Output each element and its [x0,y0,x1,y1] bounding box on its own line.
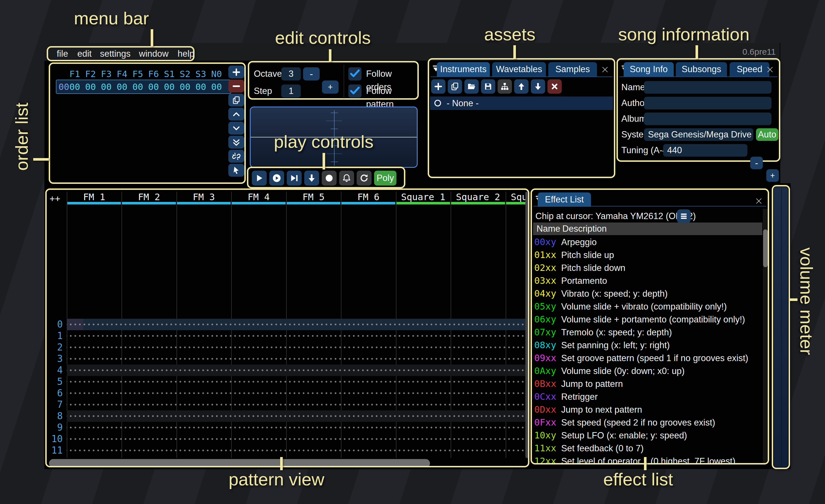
close-icon[interactable] [601,65,610,74]
menu-item-settings[interactable]: settings [100,48,131,60]
metronome-button[interactable] [339,171,354,185]
effect-row[interactable]: 04xyVibrato (x: speed; y: depth) [532,287,767,300]
duplicate-order-end-button[interactable] [228,136,244,149]
close-icon[interactable] [755,197,764,206]
remove-order-button[interactable] [228,80,244,92]
order-cell[interactable]: 00 [209,80,225,94]
name-field[interactable] [644,81,771,94]
play-button[interactable] [252,171,267,185]
save-asset-button[interactable] [481,79,495,94]
channel-color-bar [67,202,121,204]
order-change-mode-button[interactable] [228,164,244,177]
menu-item-edit[interactable]: edit [77,48,92,60]
order-cell[interactable]: 00 [67,80,83,94]
tab-song-info[interactable]: Song Info [624,62,674,76]
system-auto-button[interactable]: Auto [756,128,778,141]
add-asset-button[interactable] [431,79,445,94]
effect-row[interactable]: 0CxxRetrigger [532,390,767,403]
effect-row[interactable]: 0BxxJump to pattern [532,377,767,390]
tuning-value[interactable]: 440 [663,144,747,157]
effect-row[interactable]: 05xyVolume slide + vibrato (compatibilit… [532,300,767,313]
effect-row[interactable]: 06xyVolume slide + portamento (compatibi… [532,313,767,326]
order-cell[interactable]: 00 [161,80,177,94]
tuning-decrease-button[interactable]: - [750,157,763,169]
step-one-row-button[interactable] [304,171,319,185]
deep-clone-order-button[interactable] [228,150,244,163]
open-asset-button[interactable] [464,79,479,94]
duplicate-order-button[interactable] [228,94,244,106]
octave-decrease-button[interactable]: - [303,67,320,80]
menu-item-help[interactable]: help [177,48,195,60]
effect-list-menu-button[interactable] [677,209,691,223]
menu-item-window[interactable]: window [139,48,168,60]
move-order-up-button[interactable] [228,108,244,120]
channel-header-fm-4[interactable]: FM 4 [231,192,286,202]
channel-header-fm-3[interactable]: FM 3 [176,192,231,202]
play-pattern-button[interactable] [269,171,284,185]
poly-button[interactable]: Poly [374,171,396,185]
move-asset-up-button[interactable] [514,79,528,94]
tab-samples[interactable]: Samples [548,62,597,76]
order-cell[interactable]: 00 [82,80,98,94]
effect-row[interactable]: 12xxSet level of operator 1 (0 highest, … [532,455,767,465]
tab-effect-list[interactable]: Effect List [538,192,591,207]
step-value[interactable]: 1 [281,84,301,98]
move-asset-down-button[interactable] [531,79,545,94]
channel-header-square-2[interactable]: Square 2 [451,192,505,202]
vertical-scrollbar-thumb[interactable] [525,191,529,458]
tab-instruments[interactable]: Instruments [437,62,490,76]
follow-pattern-checkbox[interactable] [348,84,362,98]
horizontal-scrollbar[interactable] [49,459,430,467]
close-icon[interactable] [766,65,775,74]
effect-row[interactable]: 07xyTremolo (x: speed; y: depth) [532,326,767,339]
repeat-pattern-button[interactable] [357,171,372,185]
order-cell[interactable]: 00 [114,80,130,94]
asset-directories-button[interactable] [498,79,512,94]
channel-header-fm-2[interactable]: FM 2 [122,192,176,202]
author-field[interactable] [644,97,771,109]
delete-asset-button[interactable] [547,79,562,94]
effect-row[interactable]: 01xxPitch slide up [532,249,767,261]
add-order-button[interactable] [228,66,244,78]
effect-list-scrollbar-thumb[interactable] [763,229,768,267]
channel-header-fm-5[interactable]: FM 5 [286,192,341,202]
effect-row[interactable]: 0DxxJump to next pattern [532,403,767,416]
effect-row[interactable]: 03xxPortamento [532,274,767,287]
menu-item-file[interactable]: file [57,48,68,60]
octave-increase-button[interactable]: + [322,80,339,94]
effect-row[interactable]: 09xxSet groove pattern (speed 1 if no gr… [532,352,767,364]
tab-subsongs[interactable]: Subsongs [676,62,727,76]
channel-header-square-1[interactable]: Square 1 [396,192,451,202]
effect-code: 05xy [534,300,556,313]
order-cell[interactable]: 00 [98,80,114,94]
asset-list-item[interactable]: - None - [430,96,613,110]
effect-row[interactable]: 0AxyVolume slide (0y: down; x0: up) [532,364,767,377]
tab-wavetables[interactable]: Wavetables [492,62,546,76]
duplicate-asset-button[interactable] [448,79,462,94]
system-value[interactable]: Sega Genesis/Mega Drive [644,128,753,141]
effect-row[interactable]: 02xxPitch slide down [532,261,767,274]
tab-speed[interactable]: Speed [730,62,769,76]
effect-row[interactable]: 11xxSet feedback (0 to 7) [532,442,767,455]
vertical-scrollbar-track[interactable] [525,191,529,458]
tuning-increase-button[interactable]: + [766,169,779,182]
effect-list-scrollbar[interactable] [763,209,768,463]
order-cell[interactable]: 00 [193,80,209,94]
order-cell[interactable]: 00 [177,80,193,94]
stop-button[interactable] [322,171,336,185]
channel-header-fm-6[interactable]: FM 6 [341,192,396,202]
effect-row[interactable]: 10xySetup LFO (x: enable; y: speed) [532,429,767,442]
order-cell[interactable]: 00 [130,80,146,94]
order-cell[interactable]: 00 [146,80,162,94]
pattern-grid[interactable] [67,319,525,456]
follow-orders-checkbox[interactable] [348,67,362,80]
channel-header-fm-1[interactable]: FM 1 [67,192,122,202]
play-from-cursor-button[interactable] [287,171,302,185]
expand-channels-button[interactable]: ++ [50,193,60,203]
octave-value[interactable]: 3 [281,67,301,80]
effect-row[interactable]: 00xyArpeggio [532,236,767,249]
move-order-down-button[interactable] [228,122,244,135]
effect-row[interactable]: 0FxxSet speed (speed 2 if no grooves exi… [532,416,767,429]
album-field[interactable] [644,112,771,125]
effect-row[interactable]: 08xySet panning (x: left; y: right) [532,339,767,352]
